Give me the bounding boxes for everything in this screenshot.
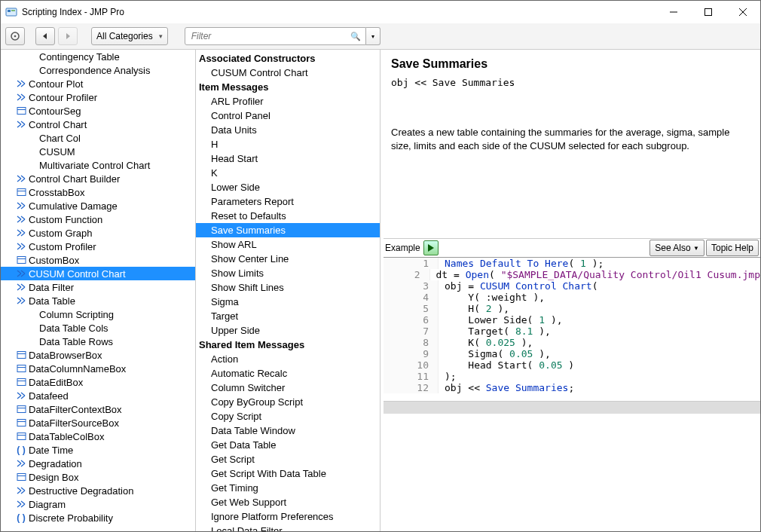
svg-rect-4 [705, 9, 712, 16]
tree-item-label: DataBrowserBox [29, 350, 102, 361]
message-item[interactable]: Get Data Table [196, 438, 380, 452]
tree-item[interactable]: Data Table [1, 294, 195, 307]
tree-item-label: DataFilterContextBox [29, 404, 122, 415]
message-item[interactable]: Show Shift Lines [196, 280, 380, 295]
message-item[interactable]: Save Summaries [196, 223, 380, 237]
filter-input[interactable] [190, 30, 350, 42]
tree-item[interactable]: ( )Date Time [1, 443, 195, 457]
message-item[interactable]: Sigma [196, 295, 380, 309]
tree-item[interactable]: Control Chart [1, 118, 195, 131]
tree-item[interactable]: Column Scripting [1, 307, 195, 321]
tree-item[interactable]: Contour Profiler [1, 90, 195, 104]
tree-item[interactable]: CustomBox [1, 253, 195, 267]
tree-item[interactable]: ( )Discrete Probability [1, 511, 195, 524]
blank-icon [26, 146, 37, 157]
tree-item[interactable]: DataBrowserBox [1, 348, 195, 362]
message-item[interactable]: Get Timing [196, 481, 380, 495]
message-item[interactable]: Head Start [196, 151, 380, 166]
tree-item[interactable]: Cumulative Damage [1, 199, 195, 212]
message-item[interactable]: H [196, 137, 380, 151]
paren-icon: ( ) [16, 445, 26, 455]
tree-item-label: Multivariate Control Chart [39, 160, 150, 171]
blank-icon [26, 309, 37, 320]
tree-item[interactable]: Diagram [1, 497, 195, 511]
app-window: Scripting Index - JMP Pro All Categories… [0, 0, 761, 532]
tree-item[interactable]: Contingency Table [1, 50, 195, 63]
message-item[interactable]: Get Script [196, 452, 380, 466]
message-item[interactable]: Target [196, 309, 380, 323]
tree-item[interactable]: Degradation [1, 457, 195, 470]
tree-item[interactable]: Custom Function [1, 212, 195, 226]
minimize-button[interactable] [656, 1, 691, 23]
message-item[interactable]: Copy ByGroup Script [196, 395, 380, 409]
message-item[interactable]: Column Switcher [196, 381, 380, 395]
message-item[interactable]: Get Web Support [196, 495, 380, 509]
tree-item[interactable]: CrosstabBox [1, 185, 195, 199]
message-item[interactable]: Get Script With Data Table [196, 466, 380, 481]
tree-item[interactable]: Custom Profiler [1, 240, 195, 253]
box-icon [16, 431, 26, 442]
message-item[interactable]: Show Limits [196, 266, 380, 280]
home-button[interactable] [5, 27, 25, 45]
tree-item-label: Custom Profiler [29, 241, 96, 252]
message-item[interactable]: ARL Profiler [196, 94, 380, 109]
tree-item[interactable]: DataEditBox [1, 375, 195, 389]
tree-item[interactable]: Datafeed [1, 389, 195, 402]
dbl-icon [16, 282, 26, 292]
tree-item[interactable]: DataFilterContextBox [1, 402, 195, 416]
see-also-button[interactable]: See Also ▼ [649, 240, 704, 256]
close-button[interactable] [726, 1, 760, 23]
tree-item[interactable]: Data Table Rows [1, 335, 195, 348]
message-item[interactable]: Lower Side [196, 180, 380, 194]
message-item[interactable]: Show ARL [196, 237, 380, 252]
message-item[interactable]: Data Table Window [196, 423, 380, 438]
tree-item[interactable]: Data Filter [1, 280, 195, 294]
message-item[interactable]: Reset to Defaults [196, 209, 380, 223]
message-item[interactable]: Parameters Report [196, 194, 380, 209]
tree-item[interactable]: Control Chart Builder [1, 172, 195, 185]
message-item[interactable]: K [196, 166, 380, 180]
maximize-button[interactable] [691, 1, 726, 23]
tree-item[interactable]: DataTableColBox [1, 430, 195, 443]
message-list[interactable]: Associated ConstructorsCUSUM Control Cha… [196, 50, 380, 531]
svg-rect-2 [11, 10, 15, 11]
example-code[interactable]: 1Names Default To Here( 1 );2dt = Open( … [384, 258, 760, 402]
tree-item[interactable]: Design Box [1, 470, 195, 484]
tree-item[interactable]: ContourSeg [1, 104, 195, 118]
tree-item[interactable]: Destructive Degradation [1, 484, 195, 497]
tree-item[interactable]: Data Table Cols [1, 321, 195, 335]
tree-item[interactable]: CUSUM Control Chart [1, 267, 195, 280]
category-combo[interactable]: All Categories ▾ [91, 27, 168, 45]
tree-item[interactable]: Chart Col [1, 131, 195, 145]
message-item[interactable]: Local Data Filter [196, 524, 380, 531]
tree-item[interactable]: DataColumnNameBox [1, 362, 195, 375]
tree-item[interactable]: DataFilterSourceBox [1, 416, 195, 430]
tree-item-label: Contingency Table [39, 51, 120, 63]
message-item[interactable]: Control Panel [196, 109, 380, 123]
forward-button[interactable] [58, 27, 78, 45]
filter-dropdown[interactable]: ▾ [366, 27, 380, 45]
topic-help-button[interactable]: Topic Help [706, 240, 759, 256]
blank-icon [26, 160, 37, 170]
tree-item[interactable]: CUSUM [1, 145, 195, 158]
tree-item[interactable]: Multivariate Control Chart [1, 158, 195, 172]
tree-item[interactable]: Contour Plot [1, 77, 195, 90]
message-item[interactable]: Action [196, 352, 380, 366]
message-item[interactable]: CUSUM Control Chart [196, 66, 380, 80]
box-icon [16, 255, 26, 265]
message-item[interactable]: Upper Side [196, 323, 380, 338]
message-item[interactable]: Automatic Recalc [196, 366, 380, 381]
message-item[interactable]: Ignore Platform Preferences [196, 509, 380, 524]
message-item[interactable]: Copy Script [196, 409, 380, 423]
run-example-button[interactable] [423, 240, 439, 255]
tree-item-label: DataFilterSourceBox [29, 417, 119, 429]
back-button[interactable] [35, 27, 55, 45]
object-tree[interactable]: Contingency TableCorrespondence Analysis… [1, 50, 196, 531]
message-item[interactable]: Data Units [196, 123, 380, 137]
tree-item[interactable]: Correspondence Analysis [1, 63, 195, 77]
message-item[interactable]: Show Center Line [196, 252, 380, 266]
tree-item[interactable]: Custom Graph [1, 226, 195, 240]
dbl-icon [16, 268, 26, 279]
paren-icon: ( ) [16, 512, 26, 523]
filter-input-wrap[interactable]: 🔍 [185, 27, 366, 45]
